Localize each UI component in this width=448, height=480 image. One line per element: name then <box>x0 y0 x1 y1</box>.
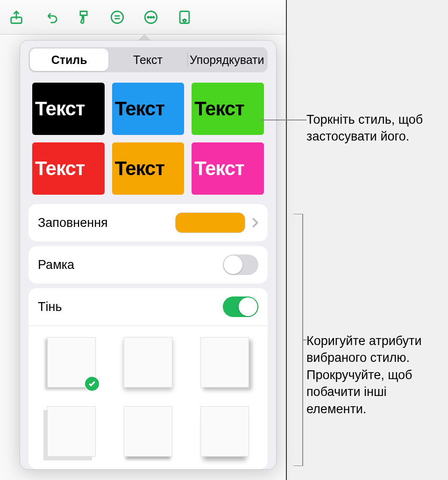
style-swatch-3[interactable]: Текст <box>32 142 105 195</box>
checkmark-icon <box>84 376 100 392</box>
shadow-style-2[interactable] <box>200 337 249 388</box>
shadow-style-3[interactable] <box>47 406 96 457</box>
style-swatch-2[interactable]: Текст <box>192 83 264 135</box>
fill-row[interactable]: Заповнення <box>28 204 268 241</box>
fill-color-chip[interactable] <box>175 212 245 233</box>
tab-text[interactable]: Текст <box>108 49 187 71</box>
top-toolbar <box>0 0 286 35</box>
shadow-style-1[interactable] <box>124 337 172 388</box>
tab-arrange[interactable]: Упорядкувати <box>188 49 266 71</box>
callout-adjust-attrs: Коригуйте атрибути вибраного стилю. Прок… <box>306 332 447 417</box>
view-icon[interactable] <box>174 7 195 28</box>
svg-point-5 <box>153 16 154 18</box>
shadow-styles-grid <box>28 326 268 457</box>
shadow-row: Тінь <box>28 288 268 325</box>
border-toggle[interactable] <box>223 254 258 275</box>
shadow-style-5[interactable] <box>200 406 249 457</box>
border-row: Рамка <box>28 246 268 283</box>
border-label: Рамка <box>38 258 74 272</box>
shadow-label: Тінь <box>38 300 62 314</box>
undo-icon[interactable] <box>39 7 61 28</box>
tab-arrange-label: Упорядкувати <box>190 53 264 67</box>
tab-style[interactable]: Стиль <box>30 49 108 71</box>
svg-point-3 <box>148 16 149 18</box>
format-brush-icon[interactable] <box>73 7 94 28</box>
shadow-style-4[interactable] <box>124 406 172 457</box>
popover-tabs: Стиль Текст Упорядкувати <box>28 47 268 72</box>
svg-point-4 <box>150 16 152 18</box>
insert-icon[interactable] <box>107 7 128 28</box>
style-swatches: ТекстТекстТекстТекстТекстТекст <box>20 76 276 199</box>
chevron-right-icon <box>252 217 258 228</box>
border-card: Рамка <box>28 246 268 283</box>
callout-apply-style: Торкніть стиль, щоб застосувати його. <box>306 111 442 145</box>
callout-apply-text: Торкніть стиль, щоб застосувати його. <box>306 113 423 143</box>
tab-style-label: Стиль <box>51 53 87 67</box>
more-icon[interactable] <box>140 7 162 28</box>
format-popover: Стиль Текст Упорядкувати ТекстТекстТекст… <box>20 40 277 470</box>
tab-text-label: Текст <box>133 53 163 67</box>
svg-point-1 <box>111 11 123 23</box>
style-swatch-5[interactable]: Текст <box>192 142 264 195</box>
shadow-toggle[interactable] <box>223 296 258 317</box>
style-swatch-1[interactable]: Текст <box>112 83 185 135</box>
fill-card: Заповнення <box>28 204 268 241</box>
callout-adjust-text: Коригуйте атрибути вибраного стилю. Прок… <box>306 334 422 416</box>
style-swatch-4[interactable]: Текст <box>112 142 185 195</box>
fill-label: Заповнення <box>38 216 108 230</box>
shadow-card: Тінь <box>28 288 268 469</box>
style-swatch-0[interactable]: Текст <box>32 83 105 135</box>
share-icon[interactable] <box>6 7 27 28</box>
shadow-style-0[interactable] <box>47 337 96 388</box>
